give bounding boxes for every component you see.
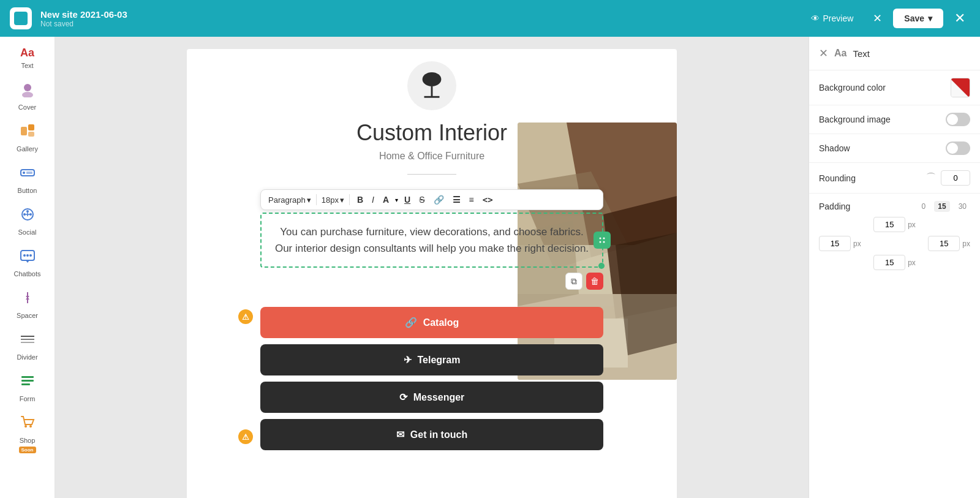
rounding-icon: ⌒ <box>926 172 936 184</box>
rounding-row: Rounding ⌒ <box>809 163 980 194</box>
copy-block-button[interactable]: ⧉ <box>565 273 582 290</box>
svg-point-29 <box>29 425 32 428</box>
sidebar-item-button[interactable]: Button <box>3 160 52 199</box>
sidebar-item-shop[interactable]: Shop Soon <box>3 410 52 458</box>
site-name: New site 2021-06-03 <box>40 9 127 20</box>
chevron-down-icon: ▾ <box>928 13 932 23</box>
social-icon <box>20 206 36 226</box>
sidebar-item-divider[interactable]: Divider <box>3 326 52 366</box>
site-divider <box>407 174 456 175</box>
padding-top-input[interactable] <box>873 217 905 232</box>
svg-rect-3 <box>28 124 34 130</box>
text-toolbar: Paragraph ▾ 18px ▾ B I A ▾ U S 🔗 <box>260 189 603 210</box>
bold-button[interactable]: B <box>355 194 366 206</box>
svg-point-15 <box>23 254 26 257</box>
rounding-input[interactable] <box>941 170 970 186</box>
panel-close-icon[interactable]: ✕ <box>819 47 828 60</box>
padding-tabs: 0 15 30 <box>918 201 970 212</box>
padding-left-unit: px <box>853 240 861 248</box>
sidebar-item-label: Chatbots <box>13 270 40 277</box>
color-indicator: ▾ <box>395 197 398 203</box>
code-button[interactable]: <> <box>480 194 496 206</box>
catalog-button[interactable]: 🔗 Catalog <box>260 307 603 338</box>
strikethrough-button[interactable]: S <box>417 194 427 206</box>
form-icon <box>20 373 36 393</box>
close-button[interactable]: ✕ <box>949 6 970 31</box>
svg-point-43 <box>600 238 601 240</box>
padding-top-row: px <box>809 217 980 236</box>
text-block-handle[interactable] <box>594 232 611 249</box>
padding-header: Padding 0 15 30 <box>809 194 980 217</box>
font-size-select[interactable]: 18px ▾ <box>322 195 344 205</box>
paragraph-chevron: ▾ <box>307 195 311 205</box>
link-button[interactable]: 🔗 <box>431 194 447 206</box>
padding-bottom-input[interactable] <box>873 255 905 270</box>
shadow-toggle[interactable] <box>946 141 970 155</box>
align-button[interactable]: ≡ <box>467 194 477 206</box>
padding-left-cell: px <box>819 236 861 251</box>
svg-rect-25 <box>21 376 34 378</box>
sidebar-item-gallery[interactable]: Gallery <box>3 118 52 157</box>
delete-block-button[interactable]: 🗑 <box>586 273 603 290</box>
sidebar-item-form[interactable]: Form <box>3 368 52 407</box>
save-button[interactable]: Save ▾ <box>893 9 943 28</box>
sidebar-item-chatbots[interactable]: Chatbots <box>3 243 52 282</box>
text-content: You can purchase furniture, view decorat… <box>275 226 589 254</box>
background-color-row: Background color <box>809 70 980 105</box>
svg-point-40 <box>423 72 442 86</box>
background-image-row: Background image <box>809 105 980 134</box>
padding-right-input[interactable] <box>928 236 960 251</box>
app-logo <box>10 7 32 29</box>
spacer-icon <box>20 290 36 309</box>
padding-top-cell: px <box>873 217 916 232</box>
background-image-toggle[interactable] <box>946 113 970 126</box>
site-subtitle: Home & Office Furniture <box>379 151 484 162</box>
site-info: New site 2021-06-03 Not saved <box>40 9 127 28</box>
list-button[interactable]: ☰ <box>450 194 463 206</box>
site-title: Custom Interior <box>356 120 507 146</box>
font-color-button[interactable]: A <box>380 194 391 206</box>
telegram-button[interactable]: ✈ Telegram <box>260 344 603 375</box>
left-sidebar: Aa Text Cover Gallery Button Social <box>0 37 55 498</box>
padding-bottom-cell: px <box>873 255 916 270</box>
padding-tab-15[interactable]: 15 <box>934 201 949 212</box>
padding-tab-30[interactable]: 30 <box>955 201 970 212</box>
sidebar-item-social[interactable]: Social <box>3 202 52 241</box>
padding-tab-0[interactable]: 0 <box>918 201 930 212</box>
svg-point-9 <box>23 213 26 216</box>
toolbar-separator <box>316 194 317 205</box>
sidebar-item-label: Form <box>20 395 36 402</box>
sidebar-item-label: Cover <box>18 104 36 111</box>
get-in-touch-button[interactable]: ✉ Get in touch <box>260 419 603 450</box>
italic-button[interactable]: I <box>369 194 377 206</box>
copy-icon: ⧉ <box>571 276 577 287</box>
sidebar-item-spacer[interactable]: Spacer <box>3 285 52 324</box>
padding-right-cell: px <box>928 236 970 251</box>
paragraph-select[interactable]: Paragraph ▾ <box>268 195 311 205</box>
sidebar-item-label: Social <box>18 228 37 236</box>
sidebar-item-text[interactable]: Aa Text <box>3 42 52 74</box>
underline-button[interactable]: U <box>402 194 413 206</box>
preview-button[interactable]: 👁 Preview <box>802 9 862 28</box>
soon-badge: Soon <box>19 447 36 453</box>
sidebar-item-label: Text <box>21 62 33 69</box>
settings-button[interactable]: ✕ <box>868 7 887 30</box>
padding-left-input[interactable] <box>819 236 851 251</box>
messenger-button[interactable]: ⟳ Messenger <box>260 382 603 413</box>
right-panel-header: ✕ Aa Text <box>809 37 980 70</box>
catalog-link-icon: 🔗 <box>405 317 417 328</box>
bottom-warning-icon: ⚠ <box>238 429 253 444</box>
padding-right-unit: px <box>962 240 970 248</box>
messenger-icon: ⟳ <box>399 391 407 403</box>
svg-rect-26 <box>21 380 34 382</box>
gallery-icon <box>20 123 36 143</box>
text-block[interactable]: You can purchase furniture, view decorat… <box>260 213 603 268</box>
settings-icon: ✕ <box>873 12 882 25</box>
sidebar-item-label: Spacer <box>17 312 38 319</box>
buttons-section: ⚠ 🔗 Catalog ✈ Telegram ⟳ Messenger ✉ Get… <box>260 307 603 450</box>
sidebar-item-cover[interactable]: Cover <box>3 77 52 116</box>
trash-icon: 🗑 <box>590 276 599 286</box>
svg-rect-27 <box>21 383 30 385</box>
background-color-swatch[interactable] <box>951 78 970 97</box>
padding-bottom-row: px <box>809 255 980 275</box>
